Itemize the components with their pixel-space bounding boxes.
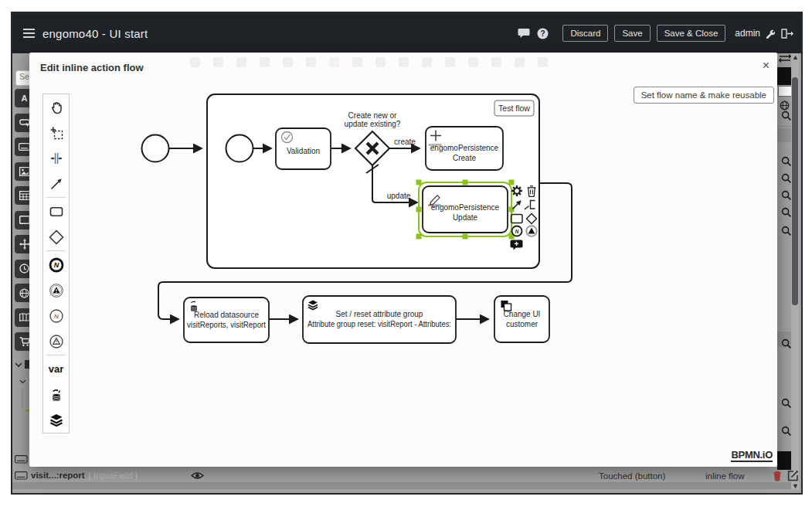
create-variable-icon[interactable]: var <box>43 356 69 382</box>
svg-text:?: ? <box>541 29 545 38</box>
link-icon <box>779 145 790 154</box>
append-engomo-event-icon[interactable]: N <box>512 226 522 236</box>
create-attribute-group-icon[interactable] <box>43 407 69 433</box>
task-validation[interactable]: Validation <box>276 128 331 169</box>
app-title: engomo40 - UI start <box>42 27 148 40</box>
task-reload-datasource[interactable]: Reload datasource visitReports, visitRep… <box>184 298 269 342</box>
svg-text:customer: customer <box>506 320 539 328</box>
scrollbar-up-arrow[interactable]: ▲ <box>792 54 798 60</box>
action-label: inline flow <box>705 471 745 481</box>
app-header: engomo40 - UI start ? Discard Save Save … <box>11 12 803 53</box>
component-type: [ InputField ] <box>89 471 138 480</box>
svg-text:Create: Create <box>453 154 476 162</box>
event-label: Touched (button) <box>599 471 665 481</box>
gateway-label: Create new or <box>348 111 397 120</box>
chat-icon[interactable] <box>518 28 530 39</box>
input-field-icon <box>15 471 28 480</box>
bpmn-canvas[interactable]: Test flow Validation Create new or updat… <box>70 77 780 464</box>
svg-text:N: N <box>53 261 59 269</box>
create-gateway-icon[interactable] <box>43 224 69 250</box>
user-label: admin <box>735 28 760 39</box>
bottom-strip <box>12 482 798 489</box>
search-icon[interactable] <box>781 173 792 184</box>
close-icon[interactable]: × <box>763 60 770 72</box>
bpmn-io-logo[interactable]: BPMN.iO <box>731 449 773 462</box>
create-error-end-event-icon[interactable] <box>43 277 69 303</box>
save-close-button[interactable]: Save & Close <box>657 25 726 42</box>
global-connect-tool-icon[interactable] <box>43 171 69 196</box>
svg-text:Update: Update <box>453 213 478 222</box>
ghost-toolbar <box>190 57 548 68</box>
svg-text:visitReports, visitReport: visitReports, visitReport <box>187 321 266 329</box>
edit-flow-modal: Edit inline action flow × Set flow name … <box>29 53 777 467</box>
gateway-label: update existing? <box>345 120 401 128</box>
svg-text:Test flow: Test flow <box>498 104 530 113</box>
input-field-row-icon <box>15 455 28 464</box>
search-icon[interactable] <box>781 110 792 121</box>
task-persistence-create[interactable]: engomo engomoPersistence Create <box>426 127 503 170</box>
svg-text:Attribute group reset: visitRe: Attribute group reset: visitReport - Att… <box>307 320 451 328</box>
help-icon[interactable]: ? <box>537 28 549 39</box>
component-name: visit...:report <box>31 471 85 480</box>
append-error-event-icon[interactable] <box>526 226 537 236</box>
flow-label-create: create <box>394 138 416 146</box>
delete-icon[interactable] <box>773 471 782 481</box>
save-button[interactable]: Save <box>614 25 650 42</box>
create-engomo-intermediate-event-icon[interactable]: N <box>43 303 69 328</box>
svg-text:N: N <box>54 313 59 320</box>
test-flow-button[interactable]: Test flow <box>494 100 534 116</box>
search-icon[interactable] <box>781 226 792 236</box>
swap-arrows-icon[interactable] <box>778 53 792 63</box>
svg-text:Reload datasource: Reload datasource <box>194 311 259 319</box>
scrollbar-down-arrow[interactable]: ▼ <box>792 483 798 489</box>
bpmn-palette: N N var <box>42 94 70 434</box>
create-engomo-end-event-icon[interactable]: N <box>43 252 69 277</box>
eye-icon[interactable] <box>191 471 204 480</box>
search-icon[interactable] <box>781 398 792 409</box>
svg-text:Set / reset attribute group: Set / reset attribute group <box>336 310 423 318</box>
create-task-icon[interactable] <box>43 199 69 224</box>
lasso-tool-icon[interactable] <box>43 120 69 145</box>
space-tool-icon[interactable] <box>43 145 69 171</box>
logout-icon[interactable] <box>781 29 793 39</box>
svg-text:Validation: Validation <box>287 147 320 155</box>
edit-icon[interactable] <box>787 470 799 481</box>
discard-button[interactable]: Discard <box>562 25 608 42</box>
svg-text:N: N <box>515 229 519 234</box>
task-persistence-update[interactable]: engomo engomoPersistence Update <box>423 186 508 233</box>
svg-text:engomoPersistence: engomoPersistence <box>431 203 500 212</box>
task-change-ui[interactable]: Change UI customer <box>494 296 549 342</box>
svg-text:Change UI: Change UI <box>504 310 541 318</box>
flow-label-update: update <box>387 192 411 200</box>
start-event-inner[interactable] <box>226 135 253 162</box>
search-icon[interactable] <box>781 338 792 349</box>
wrench-icon[interactable] <box>765 29 775 39</box>
hand-tool-icon[interactable] <box>43 94 69 120</box>
modal-title: Edit inline action flow <box>40 62 144 73</box>
globe-icon <box>780 100 790 110</box>
menu-icon[interactable] <box>23 26 35 40</box>
scrollbar-thumb[interactable] <box>792 77 798 305</box>
task-attribute-group[interactable]: Set / reset attribute group Attribute gr… <box>303 296 456 343</box>
create-error-intermediate-event-icon[interactable] <box>43 328 69 354</box>
search-icon[interactable] <box>781 426 792 437</box>
start-event-outer[interactable] <box>142 135 169 162</box>
search-icon[interactable] <box>781 190 792 201</box>
svg-text:engomoPersistence: engomoPersistence <box>430 144 499 152</box>
search-icon[interactable] <box>781 207 792 218</box>
create-reload-datasource-icon[interactable] <box>43 382 69 407</box>
search-icon[interactable] <box>781 156 792 167</box>
